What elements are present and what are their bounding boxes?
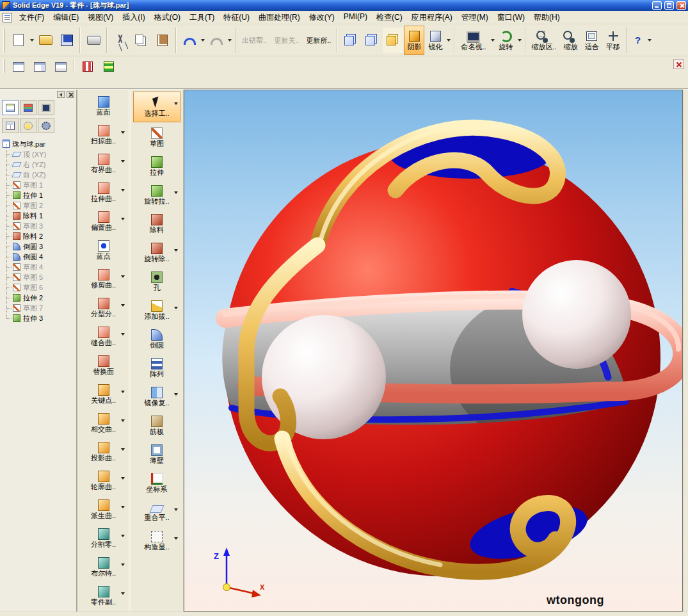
tree-item[interactable]: 拉伸 3 — [3, 313, 75, 323]
tree-item[interactable]: 草图 5 — [3, 272, 75, 282]
feature-tool-button[interactable]: 坐标系 — [133, 469, 180, 497]
fit-button[interactable]: 适合 — [582, 26, 602, 55]
dropdown-arrow-icon[interactable] — [121, 506, 125, 508]
menu-item[interactable]: 插入(I) — [118, 11, 149, 24]
surface-tool-button[interactable]: 分割零.. — [80, 524, 127, 552]
dropdown-arrow-icon[interactable] — [121, 419, 125, 422]
menu-item[interactable]: 管理(M) — [457, 11, 493, 24]
undo-dropdown-icon[interactable] — [201, 39, 205, 42]
tree-item[interactable]: 顶 (XY) — [3, 149, 75, 159]
sharpen-button[interactable]: 锐化 — [425, 26, 445, 55]
rotate-dropdown-icon[interactable] — [518, 39, 522, 42]
tree-item[interactable]: 草图 4 — [3, 262, 75, 272]
surface-tool-button[interactable]: 偏置曲.. — [80, 207, 127, 235]
feature-tool-button[interactable]: 拉伸 — [133, 152, 180, 180]
menu-item[interactable]: 编辑(E) — [49, 11, 83, 24]
feature-tool-button[interactable]: 倒圆 — [133, 325, 180, 353]
tree-item[interactable]: 草图 1 — [3, 180, 75, 190]
error-assistant-button[interactable]: 出错帮.. — [239, 26, 270, 55]
feature-tool-button[interactable]: 旋转除.. — [133, 238, 180, 266]
shaded-edges-view-button[interactable] — [383, 28, 403, 53]
wireframe-view-button[interactable] — [340, 28, 361, 53]
family-table-tab[interactable] — [2, 118, 19, 133]
menu-item[interactable]: 工具(T) — [185, 11, 219, 24]
menu-item[interactable]: 修改(Y) — [305, 11, 339, 24]
surface-tool-button[interactable]: 蓝面 — [80, 92, 127, 120]
surface-tool-button[interactable]: 蓝点 — [80, 236, 127, 264]
minimize-button[interactable] — [652, 1, 662, 10]
dropdown-arrow-icon[interactable] — [121, 448, 125, 451]
edgebar-close-button[interactable] — [67, 91, 74, 98]
zoom-button[interactable]: 缩放 — [561, 26, 581, 55]
zoom-area-button[interactable]: 缩放区.. — [529, 26, 560, 55]
model-viewport[interactable]: Z X wtongong — [184, 90, 683, 612]
tree-root-item[interactable]: 珠与球.par — [3, 138, 75, 149]
undo-button[interactable] — [179, 28, 200, 53]
new-document-button[interactable] — [8, 28, 29, 53]
surface-tool-button[interactable]: 轮廓曲.. — [80, 466, 127, 494]
surface-tool-button[interactable]: 关键点.. — [80, 380, 127, 408]
rotate-view-button[interactable]: 旋转 — [496, 26, 516, 55]
surface-tool-button[interactable]: 缝合曲.. — [80, 322, 127, 350]
surface-tool-button[interactable]: 零件副.. — [80, 581, 127, 610]
dropdown-arrow-icon[interactable] — [174, 102, 178, 105]
named-views-dropdown-icon[interactable] — [491, 39, 495, 42]
menu-item[interactable]: 文件(F) — [15, 11, 49, 24]
shaded-view-toggle[interactable]: 阴影 — [404, 26, 424, 55]
dropdown-arrow-icon[interactable] — [121, 304, 125, 307]
dropdown-arrow-icon[interactable] — [121, 275, 125, 278]
playback-tab[interactable] — [20, 118, 36, 133]
menu-item[interactable]: 应用程序(A) — [407, 11, 457, 24]
surface-tool-button[interactable]: 布尔特.. — [80, 553, 127, 581]
feature-pathfinder-tab[interactable] — [2, 100, 19, 115]
sensors-tab[interactable] — [38, 100, 54, 115]
tree-item[interactable]: 倒圆 3 — [3, 241, 75, 252]
menu-item[interactable]: 特征(U) — [219, 11, 254, 24]
document-menu-icon[interactable] — [3, 13, 12, 22]
dropdown-arrow-icon[interactable] — [174, 537, 178, 540]
sharpen-dropdown-icon[interactable] — [447, 39, 451, 42]
redo-button[interactable] — [206, 28, 227, 53]
dropdown-arrow-icon[interactable] — [174, 191, 178, 194]
feature-tool-button[interactable]: 选择工.. — [133, 92, 180, 122]
dropdown-arrow-icon[interactable] — [174, 508, 178, 511]
named-views-button[interactable]: 命名视.. — [458, 26, 489, 55]
window-layout-button-3[interactable] — [51, 59, 71, 74]
layers-tab[interactable] — [20, 100, 36, 115]
alternate-assemblies-tab[interactable] — [38, 118, 54, 133]
title-bar[interactable]: Solid Edge V19 - 零件 - [珠与球.par] — [0, 0, 688, 11]
menu-item[interactable]: 检查(C) — [372, 11, 407, 24]
open-button[interactable] — [35, 28, 56, 53]
update-all-button[interactable]: 更新所.. — [303, 26, 334, 55]
close-button[interactable] — [676, 1, 686, 10]
surface-tool-button[interactable]: 拉伸曲.. — [80, 178, 127, 206]
surface-tool-button[interactable]: 相交曲.. — [80, 409, 127, 437]
color-manager-button[interactable] — [77, 59, 98, 74]
tree-item[interactable]: 草图 6 — [3, 282, 75, 293]
print-button[interactable] — [83, 28, 104, 53]
tree-item[interactable]: 拉伸 1 — [3, 190, 75, 200]
dropdown-arrow-icon[interactable] — [121, 189, 125, 191]
tree-item[interactable]: 除料 2 — [3, 231, 75, 241]
paste-button[interactable] — [152, 28, 173, 53]
menu-item[interactable]: 曲面处理(R) — [254, 11, 305, 24]
tree-item[interactable]: 草图 7 — [3, 303, 75, 313]
feature-tool-button[interactable]: 旋转拉.. — [133, 181, 180, 209]
toolbar-grip[interactable] — [3, 59, 6, 73]
feature-tool-button[interactable]: 构造显.. — [133, 526, 180, 555]
feature-tool-button[interactable]: 镜像复.. — [133, 382, 180, 410]
menu-item[interactable]: 帮助(H) — [529, 11, 564, 24]
feature-tool-button[interactable]: 重合平.. — [133, 498, 180, 526]
surface-tool-button[interactable]: 修剪曲.. — [80, 264, 127, 293]
tree-item[interactable]: 右 (YZ) — [3, 159, 75, 170]
dropdown-arrow-icon[interactable] — [174, 393, 178, 396]
help-dropdown-icon[interactable] — [648, 39, 652, 42]
menu-item[interactable]: 视图(V) — [83, 11, 118, 24]
surface-tool-button[interactable]: 有界曲.. — [80, 149, 127, 177]
tree-item[interactable]: 前 (XZ) — [3, 170, 75, 180]
dropdown-arrow-icon[interactable] — [121, 218, 125, 220]
feature-tool-button[interactable]: 添加拔.. — [133, 296, 180, 324]
feature-tool-button[interactable]: 孔 — [133, 267, 180, 295]
surface-tool-button[interactable]: 派生曲.. — [80, 495, 127, 523]
tree-item[interactable]: 拉伸 2 — [3, 293, 75, 303]
